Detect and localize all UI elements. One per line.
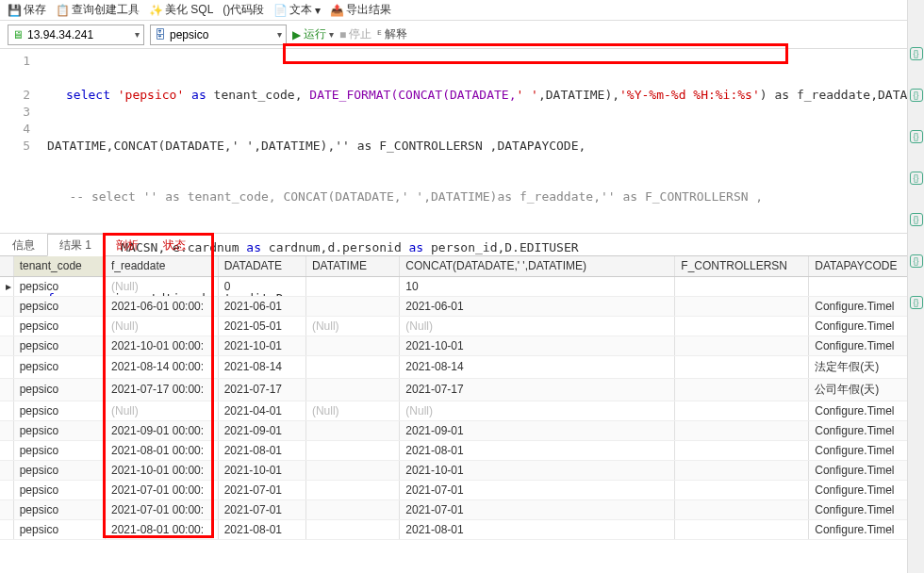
cell-concat[interactable]: 2021-10-01 <box>400 460 675 480</box>
cell-concat[interactable]: 2021-07-17 <box>400 378 675 401</box>
table-row[interactable]: pepsico2021-07-01 00:00:2021-07-012021-0… <box>0 499 924 519</box>
text-button[interactable]: 📄 文本 ▾ <box>273 2 321 18</box>
cell-concat[interactable]: 2021-10-01 <box>400 336 675 355</box>
gutter-marker-icon[interactable]: {} <box>910 89 923 102</box>
cell-ctrl[interactable] <box>675 296 809 316</box>
cell-datadate[interactable]: 2021-10-01 <box>218 336 305 355</box>
cell-freaddate[interactable]: (Null) <box>106 316 219 336</box>
cell-freaddate[interactable]: 2021-08-14 00:00: <box>106 355 219 378</box>
col-f-readdate[interactable]: f_readdate <box>106 256 219 276</box>
cell-datatime[interactable] <box>305 440 399 460</box>
gutter-marker-icon[interactable]: {} <box>910 130 923 143</box>
cell-tenant[interactable]: pepsico <box>13 316 105 336</box>
host-input[interactable] <box>27 28 131 41</box>
table-row[interactable]: pepsico2021-06-01 00:00:2021-06-012021-0… <box>0 296 924 316</box>
cell-datadate[interactable]: 2021-06-01 <box>218 296 305 316</box>
table-row[interactable]: pepsico2021-07-17 00:00:2021-07-172021-0… <box>0 378 924 401</box>
cell-datatime[interactable] <box>305 336 399 355</box>
row-marker[interactable] <box>0 460 13 480</box>
cell-datadate[interactable]: 0 <box>218 276 305 296</box>
explain-button[interactable]: ᴱ 解释 <box>377 26 407 42</box>
cell-freaddate[interactable]: 2021-07-01 00:00: <box>106 480 219 499</box>
cell-freaddate[interactable]: (Null) <box>106 276 219 296</box>
cell-freaddate[interactable]: 2021-07-17 00:00: <box>106 378 219 401</box>
cell-datadate[interactable]: 2021-07-01 <box>218 480 305 499</box>
table-row[interactable]: pepsico2021-09-01 00:00:2021-09-012021-0… <box>0 420 924 440</box>
row-marker[interactable] <box>0 296 13 316</box>
cell-ctrl[interactable] <box>675 401 809 420</box>
cell-tenant[interactable]: pepsico <box>13 499 105 519</box>
col-tenant-code[interactable]: tenant_code <box>13 256 105 276</box>
cell-freaddate[interactable]: 2021-10-01 00:00: <box>106 336 219 355</box>
table-row[interactable]: pepsico(Null)2021-05-01(Null)(Null)Confi… <box>0 316 924 336</box>
cell-freaddate[interactable]: 2021-08-01 00:00: <box>106 519 219 539</box>
cell-freaddate[interactable]: 2021-06-01 00:00: <box>106 296 219 316</box>
cell-datatime[interactable] <box>305 499 399 519</box>
row-marker[interactable] <box>0 378 13 401</box>
cell-tenant[interactable]: pepsico <box>13 276 105 296</box>
query-builder-button[interactable]: 📋 查询创建工具 <box>56 2 140 18</box>
cell-datadate[interactable]: 2021-08-14 <box>218 355 305 378</box>
cell-datatime[interactable]: (Null) <box>305 401 399 420</box>
cell-datatime[interactable] <box>305 296 399 316</box>
cell-datadate[interactable]: 2021-07-17 <box>218 378 305 401</box>
row-marker[interactable] <box>0 499 13 519</box>
database-input[interactable] <box>170 28 273 41</box>
gutter-marker-icon[interactable]: {} <box>910 296 923 309</box>
cell-tenant[interactable]: pepsico <box>13 480 105 499</box>
gutter-marker-icon[interactable]: {} <box>910 172 923 185</box>
row-marker[interactable] <box>0 316 13 336</box>
cell-ctrl[interactable] <box>675 316 809 336</box>
result-grid-wrap[interactable]: tenant_code f_readdate DATADATE DATATIME… <box>0 256 924 548</box>
table-row[interactable]: pepsico2021-08-14 00:00:2021-08-142021-0… <box>0 355 924 378</box>
code-segment-button[interactable]: ()代码段 <box>223 2 264 18</box>
cell-tenant[interactable]: pepsico <box>13 296 105 316</box>
cell-ctrl[interactable] <box>675 519 809 539</box>
cell-datatime[interactable] <box>305 276 399 296</box>
cell-datadate[interactable]: 2021-09-01 <box>218 420 305 440</box>
cell-ctrl[interactable] <box>675 378 809 401</box>
gutter-marker-icon[interactable]: {} <box>910 47 923 60</box>
col-datatime[interactable]: DATATIME <box>305 256 399 276</box>
cell-freaddate[interactable]: 2021-09-01 00:00: <box>106 420 219 440</box>
cell-ctrl[interactable] <box>675 276 809 296</box>
cell-concat[interactable]: 2021-09-01 <box>400 420 675 440</box>
cell-datatime[interactable] <box>305 378 399 401</box>
run-button[interactable]: ▶ 运行 ▾ <box>292 26 334 42</box>
row-marker[interactable] <box>0 420 13 440</box>
cell-datatime[interactable] <box>305 420 399 440</box>
cell-concat[interactable]: 2021-08-01 <box>400 519 675 539</box>
cell-concat[interactable]: 2021-07-01 <box>400 480 675 499</box>
cell-concat[interactable]: 10 <box>400 276 675 296</box>
gutter-marker-icon[interactable]: {} <box>910 254 923 268</box>
sql-editor[interactable]: 12345 select 'pepsico' as tenant_code, D… <box>0 49 924 234</box>
cell-concat[interactable]: 2021-06-01 <box>400 296 675 316</box>
cell-tenant[interactable]: pepsico <box>13 519 105 539</box>
cell-freaddate[interactable]: 2021-10-01 00:00: <box>106 460 219 480</box>
cell-ctrl[interactable] <box>675 499 809 519</box>
cell-concat[interactable]: (Null) <box>400 401 675 420</box>
cell-ctrl[interactable] <box>675 440 809 460</box>
cell-tenant[interactable]: pepsico <box>13 336 105 355</box>
table-row[interactable]: pepsico2021-08-01 00:00:2021-08-012021-0… <box>0 440 924 460</box>
cell-datatime[interactable]: (Null) <box>305 316 399 336</box>
cell-datadate[interactable]: 2021-10-01 <box>218 460 305 480</box>
table-row[interactable]: pepsico2021-08-01 00:00:2021-08-012021-0… <box>0 519 924 539</box>
cell-ctrl[interactable] <box>675 355 809 378</box>
col-concat[interactable]: CONCAT(DATADATE,' ',DATATIME) <box>400 256 675 276</box>
cell-freaddate[interactable]: (Null) <box>106 401 219 420</box>
cell-ctrl[interactable] <box>675 420 809 440</box>
col-datadate[interactable]: DATADATE <box>218 256 305 276</box>
row-marker[interactable] <box>0 440 13 460</box>
cell-tenant[interactable]: pepsico <box>13 460 105 480</box>
cell-tenant[interactable]: pepsico <box>13 420 105 440</box>
export-button[interactable]: 📤 导出结果 <box>330 2 391 18</box>
row-marker[interactable] <box>0 336 13 355</box>
table-row[interactable]: pepsico2021-10-01 00:00:2021-10-012021-1… <box>0 336 924 355</box>
row-marker[interactable] <box>0 519 13 539</box>
table-row[interactable]: pepsico2021-07-01 00:00:2021-07-012021-0… <box>0 480 924 499</box>
cell-datatime[interactable] <box>305 480 399 499</box>
cell-freaddate[interactable]: 2021-07-01 00:00: <box>106 499 219 519</box>
cell-concat[interactable]: (Null) <box>400 316 675 336</box>
cell-ctrl[interactable] <box>675 336 809 355</box>
